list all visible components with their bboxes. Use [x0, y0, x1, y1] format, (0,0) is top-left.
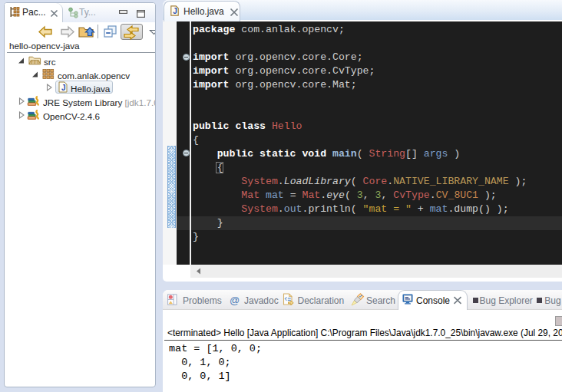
svg-text:J: J — [173, 7, 177, 15]
svg-text:J: J — [61, 84, 66, 92]
